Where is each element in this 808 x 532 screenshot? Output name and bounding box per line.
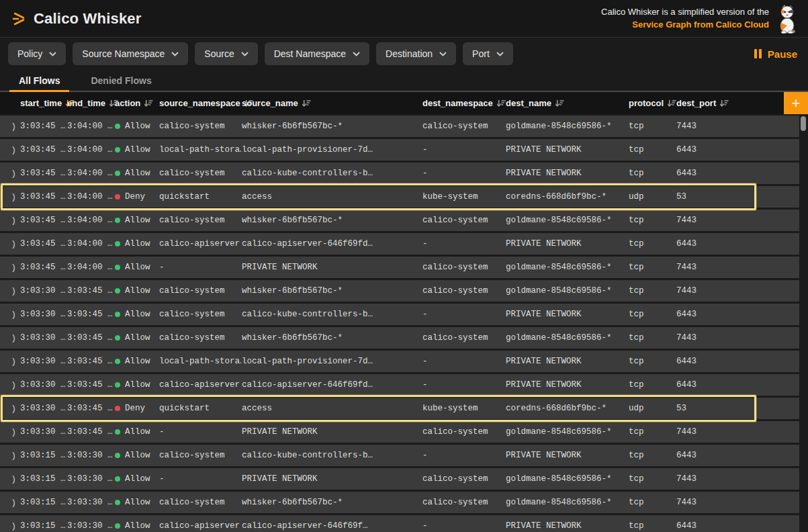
filter-button-source-namespace[interactable]: Source Namespace xyxy=(73,42,188,65)
filter-button-destination[interactable]: Destination xyxy=(376,42,456,65)
table-row[interactable]: )3:03:15 …3:03:30 …Allowcalico-systemcal… xyxy=(0,445,799,466)
service-graph-link[interactable]: Service Graph from Calico Cloud xyxy=(601,19,769,32)
filter-button-port[interactable]: Port xyxy=(463,42,513,65)
cell-start_time: 3:03:30 … xyxy=(20,333,67,343)
cell-dest_namespace: calico-system xyxy=(422,216,506,225)
column-header-dest_name[interactable]: dest_name xyxy=(506,98,629,108)
action-label: Allow xyxy=(125,451,150,460)
cell-dest_namespace: calico-system xyxy=(422,122,506,131)
expand-caret-icon[interactable]: ) xyxy=(0,239,20,249)
table-row[interactable]: )3:03:15 …3:03:30 …Allowcalico-systemwhi… xyxy=(0,492,799,513)
table-row[interactable]: )3:03:45 …3:04:00 …Denyquickstartaccessk… xyxy=(0,186,799,208)
cell-action: Allow xyxy=(115,451,159,460)
table-row[interactable]: )3:03:30 …3:03:45 …Allowcalico-systemwhi… xyxy=(0,280,799,302)
allow-status-dot xyxy=(115,523,120,529)
column-label: end_time xyxy=(67,98,105,108)
table-row[interactable]: )3:03:30 …3:03:45 …Allowcalico-systemwhi… xyxy=(0,327,799,349)
table-row[interactable]: )3:03:30 …3:03:45 …Allowcalico-systemcal… xyxy=(0,304,799,325)
action-label: Allow xyxy=(125,521,150,531)
expand-caret-icon[interactable]: ) xyxy=(0,310,20,320)
expand-caret-icon[interactable]: ) xyxy=(0,169,20,179)
expand-caret-icon[interactable]: ) xyxy=(0,404,20,414)
expand-caret-icon[interactable]: ) xyxy=(0,474,20,484)
table-row[interactable]: )3:03:30 …3:03:45 …Allowcalico-apiserver… xyxy=(0,374,799,396)
allow-status-dot xyxy=(115,171,120,176)
expand-caret-icon[interactable]: ) xyxy=(0,333,20,343)
expand-caret-icon[interactable]: ) xyxy=(0,122,20,132)
table-header: start_timeend_timeactionsource_namespace… xyxy=(0,92,808,114)
cell-end_time: 3:03:45 … xyxy=(67,380,115,390)
column-header-action[interactable]: action xyxy=(115,98,159,108)
cell-dest_name: goldmane-8548c69586-* xyxy=(506,427,629,437)
app-logo: Calico Whisker xyxy=(11,10,142,28)
add-column-button[interactable]: + xyxy=(784,92,808,114)
cell-dest_port: 7443 xyxy=(676,122,799,131)
column-label: dest_name xyxy=(506,98,551,108)
tab-denied-flows[interactable]: Denied Flows xyxy=(81,70,161,91)
table-row[interactable]: )3:03:45 …3:04:00 …Allowcalico-systemwhi… xyxy=(0,210,799,231)
expand-caret-icon[interactable]: ) xyxy=(0,192,20,202)
cell-source_namespace: calico-system xyxy=(159,498,242,507)
chevron-down-icon xyxy=(241,52,249,56)
scrollbar-thumb[interactable] xyxy=(801,116,806,131)
sort-icon xyxy=(302,99,311,107)
column-header-end_time[interactable]: end_time xyxy=(67,98,115,108)
filter-button-label: Source xyxy=(204,48,234,59)
cell-source_name: PRIVATE NETWORK xyxy=(242,427,422,437)
expand-caret-icon[interactable]: ) xyxy=(0,263,20,273)
cell-dest_namespace: kube-system xyxy=(422,404,506,413)
table-row[interactable]: )3:03:45 …3:04:00 …Allowcalico-systemwhi… xyxy=(0,116,799,137)
filter-button-source[interactable]: Source xyxy=(195,42,257,65)
cell-dest_name: goldmane-8548c69586-* xyxy=(506,474,629,484)
expand-caret-icon[interactable]: ) xyxy=(0,357,20,367)
table-row[interactable]: )3:03:15 …3:03:30 …Allow-PRIVATE NETWORK… xyxy=(0,468,799,490)
action-label: Allow xyxy=(125,333,150,343)
column-header-start_time[interactable]: start_time xyxy=(20,98,67,108)
allow-status-dot xyxy=(115,429,120,435)
pause-button[interactable]: Pause xyxy=(754,48,797,60)
cell-dest_namespace: kube-system xyxy=(422,192,506,202)
expand-caret-icon[interactable]: ) xyxy=(0,521,20,531)
expand-caret-icon[interactable]: ) xyxy=(0,380,20,390)
filter-button-policy[interactable]: Policy xyxy=(8,42,66,65)
expand-caret-icon[interactable]: ) xyxy=(0,216,20,226)
column-header-dest_port[interactable]: dest_port xyxy=(676,98,784,108)
table-row[interactable]: )3:03:15 …3:03:30 …Allowcalico-apiserver… xyxy=(0,515,799,532)
table-row[interactable]: )3:03:45 …3:04:00 …Allowcalico-systemcal… xyxy=(0,163,799,184)
expand-caret-icon[interactable]: ) xyxy=(0,498,20,508)
column-header-protocol[interactable]: protocol xyxy=(629,98,676,108)
column-label: action xyxy=(115,98,140,108)
table-row[interactable]: )3:03:30 …3:03:45 …Allow-PRIVATE NETWORK… xyxy=(0,421,799,443)
column-header-source_name[interactable]: source_name xyxy=(242,98,422,108)
table-row[interactable]: )3:03:45 …3:04:00 …Allowcalico-apiserver… xyxy=(0,233,799,255)
action-label: Allow xyxy=(125,357,150,366)
cell-action: Allow xyxy=(115,169,159,178)
tagline-text: Calico Whisker is a simplified version o… xyxy=(601,6,769,19)
app-title: Calico Whisker xyxy=(34,10,142,28)
table-row[interactable]: )3:03:30 …3:03:45 …Denyquickstartaccessk… xyxy=(0,398,799,419)
cell-action: Allow xyxy=(115,263,159,272)
action-label: Deny xyxy=(125,192,145,202)
action-label: Allow xyxy=(125,310,150,319)
expand-caret-icon[interactable]: ) xyxy=(0,427,20,437)
cell-dest_name: PRIVATE NETWORK xyxy=(506,145,629,154)
table-row[interactable]: )3:03:45 …3:04:00 …Allowlocal-path-stora… xyxy=(0,139,799,161)
column-header-dest_namespace[interactable]: dest_namespace xyxy=(422,98,506,108)
allow-status-dot xyxy=(115,500,120,505)
cell-dest_name: PRIVATE NETWORK xyxy=(506,380,629,390)
cell-protocol: tcp xyxy=(629,286,676,296)
tab-all-flows[interactable]: All Flows xyxy=(9,70,69,91)
expand-caret-icon[interactable]: ) xyxy=(0,451,20,461)
cell-start_time: 3:03:30 … xyxy=(20,357,67,366)
cell-dest_name: PRIVATE NETWORK xyxy=(506,169,629,178)
expand-caret-icon[interactable]: ) xyxy=(0,286,20,296)
cat-mascot-icon xyxy=(776,4,799,34)
filter-button-dest-namespace[interactable]: Dest Namespace xyxy=(265,42,369,65)
expand-caret-icon[interactable]: ) xyxy=(0,145,20,155)
cell-action: Allow xyxy=(115,380,159,390)
cell-end_time: 3:04:00 … xyxy=(67,239,115,249)
cell-dest_port: 53 xyxy=(676,404,799,413)
table-row[interactable]: )3:03:30 …3:03:45 …Allowlocal-path-stora… xyxy=(0,351,799,372)
table-row[interactable]: )3:03:45 …3:04:00 …Allow-PRIVATE NETWORK… xyxy=(0,257,799,278)
column-header-source_namespace[interactable]: source_namespace xyxy=(159,98,242,108)
